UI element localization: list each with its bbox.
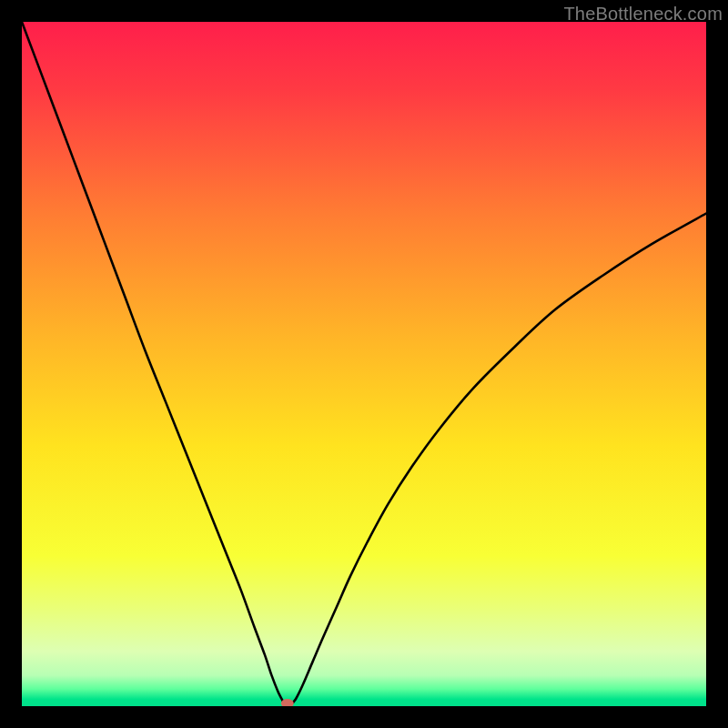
watermark-text: TheBottleneck.com [563,4,723,25]
plot-area [22,22,706,706]
chart-frame: TheBottleneck.com [0,0,728,728]
chart-svg [22,22,706,706]
gradient-background [22,22,706,706]
